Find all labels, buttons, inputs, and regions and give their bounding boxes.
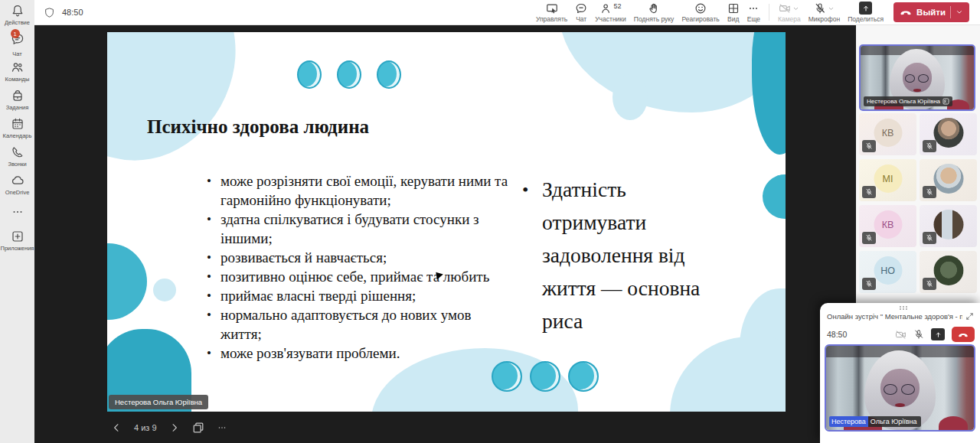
participant-photo-avatar	[933, 210, 963, 239]
slide-bullet: здатна спілкуватися і будувати стосунки …	[220, 210, 513, 248]
sidebar-label: Календарь	[3, 132, 32, 139]
video-name-rest: Ольга Юріївна	[868, 416, 921, 427]
participant-tile[interactable]: НО	[859, 251, 916, 293]
mic-muted-badge	[923, 140, 936, 152]
meeting-title: Онлайн зустріч " Ментальне здоров'я - пр…	[827, 312, 962, 321]
react-button[interactable]: Реагировать	[678, 0, 723, 25]
participants-label: Участники	[595, 15, 626, 23]
expand-icon[interactable]	[965, 312, 974, 321]
participant-tile[interactable]	[920, 205, 977, 247]
participant-photo-avatar	[933, 256, 963, 285]
drag-handle[interactable]	[900, 306, 901, 308]
avatar: МІ	[874, 164, 902, 193]
slide-title: Психічно здорова людина	[147, 116, 369, 138]
participant-tile[interactable]: КВ	[859, 113, 916, 155]
chevron-down-icon[interactable]	[828, 5, 835, 12]
participants-count: 52	[614, 2, 622, 10]
decor-blob-top-left	[107, 32, 256, 181]
active-speaker-video[interactable]: Нестерова Ольга Юріївна	[859, 44, 975, 111]
chat-bubble-icon	[575, 2, 587, 15]
slide-key-point: Здатність отримувати задоволення від жит…	[542, 173, 733, 337]
participant-tile[interactable]: МІ	[859, 159, 916, 201]
cloud-icon	[11, 174, 24, 187]
shared-slide: Психічно здорова людина може розрізняти …	[107, 32, 786, 412]
mic-muted-badge	[862, 232, 876, 244]
mic-muted-badge	[923, 278, 936, 290]
share-button[interactable]: Поделиться	[844, 0, 887, 25]
chevron-down-icon[interactable]	[956, 8, 963, 16]
video-name: Нестерова Ольга Юріївна	[867, 98, 940, 105]
chevron-down-icon[interactable]	[792, 5, 799, 12]
prev-slide-icon[interactable]	[111, 422, 122, 433]
self-video-preview[interactable]: Нестерова Ольга Юріївна	[825, 344, 975, 432]
mic-label: Микрофон	[808, 15, 840, 23]
decor-blob-bottom-right	[670, 337, 786, 412]
teams-meeting-window: Действие 1 Чат Команды Задания Календарь…	[0, 0, 980, 443]
participant-tile[interactable]: КВ	[859, 205, 916, 247]
mic-muted-badge	[862, 278, 876, 290]
shield-icon	[44, 7, 55, 18]
slide-bullet-list: може розрізняти свої емоції, керувати ни…	[220, 171, 513, 363]
more-button[interactable]: Еще	[743, 0, 764, 25]
slide-bullet: позитивно оцінює себе, приймає та любить	[220, 267, 513, 286]
chat-button[interactable]: Чат	[571, 0, 591, 25]
participant-tile[interactable]	[920, 113, 977, 155]
sidebar-item-assignments[interactable]: Задания	[0, 89, 34, 111]
decor-circle	[492, 361, 522, 392]
mini-meeting-window[interactable]: Онлайн зустріч " Ментальне здоров'я - пр…	[820, 303, 980, 443]
decor-circle-left	[107, 243, 147, 320]
chat-unread-badge: 1	[11, 29, 20, 38]
sidebar-item-teams[interactable]: Команды	[0, 60, 34, 83]
slide-bullet: розвивається й навчається;	[220, 248, 513, 267]
sidebar-item-more[interactable]	[0, 205, 34, 219]
raise-hand-button[interactable]: Поднять руку	[630, 0, 678, 25]
nav-more-icon[interactable]	[217, 422, 227, 433]
more-label: Еще	[747, 15, 760, 23]
sidebar-item-onedrive[interactable]: OneDrive	[0, 174, 34, 196]
avatar: КВ	[874, 210, 902, 239]
sidebar-label: Чат	[12, 50, 21, 57]
sidebar-item-calendar[interactable]: Календарь	[0, 117, 34, 139]
screen-share-icon	[546, 2, 558, 15]
participants-button[interactable]: 52 Участники	[591, 0, 630, 25]
next-slide-icon[interactable]	[169, 422, 180, 433]
video-name-highlight: Нестерова	[829, 416, 868, 427]
leave-button[interactable]: Выйти	[893, 2, 969, 22]
app-sidebar: Действие 1 Чат Команды Задания Календарь…	[0, 0, 34, 443]
manage-button[interactable]: Управлять	[532, 0, 571, 25]
mouse-cursor	[436, 271, 443, 279]
mic-muted-badge	[862, 140, 876, 152]
ellipsis-icon	[747, 2, 760, 15]
raise-hand-label: Поднять руку	[634, 15, 675, 23]
slide-sorter-icon[interactable]	[192, 422, 204, 434]
sidebar-item-chat[interactable]: 1 Чат	[0, 32, 34, 57]
grid-view-icon	[727, 2, 740, 15]
sidebar-item-calls[interactable]: Звонки	[0, 145, 34, 168]
presenter-name-tag: Нестерова Ольга Юріївна	[109, 395, 208, 409]
share-icon[interactable]	[931, 328, 945, 340]
meeting-toolbar: 48:50 Управлять Чат 52 Участники Поднять…	[34, 0, 980, 25]
camera-button[interactable]: Камера	[774, 0, 805, 25]
smiley-icon	[694, 2, 707, 15]
spotlight-icon	[942, 98, 949, 105]
participant-tile[interactable]	[920, 159, 977, 201]
video-name-tag: Нестерова Ольга Юріївна	[864, 96, 952, 106]
sidebar-item-activity[interactable]: Действие	[0, 4, 34, 26]
decor-drip	[612, 74, 648, 120]
mic-muted-badge	[923, 232, 936, 244]
person-icon	[600, 2, 612, 15]
mic-button[interactable]: Микрофон	[805, 0, 844, 25]
calendar-icon	[11, 117, 24, 131]
share-icon	[859, 2, 872, 15]
camera-off-icon[interactable]	[895, 329, 906, 340]
sidebar-label: Команды	[5, 76, 30, 83]
view-button[interactable]: Вид	[724, 0, 743, 25]
hangup-button[interactable]	[952, 327, 975, 342]
decor-circle-right	[763, 174, 786, 219]
mic-off-icon[interactable]	[913, 329, 924, 340]
hangup-icon	[900, 8, 912, 16]
sidebar-item-apps[interactable]: Приложения	[0, 230, 34, 252]
sidebar-label: OneDrive	[5, 189, 30, 196]
participant-tile[interactable]	[920, 251, 977, 293]
decor-blob-top-right	[752, 32, 786, 155]
